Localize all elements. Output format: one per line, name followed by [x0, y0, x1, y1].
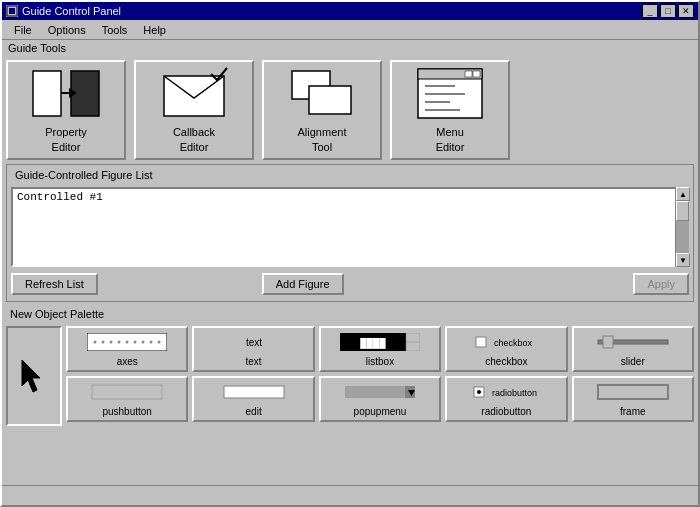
- figure-list-scrollbar[interactable]: ▲ ▼: [675, 187, 689, 267]
- callback-editor-icon: [159, 66, 229, 121]
- svg-rect-44: [224, 386, 284, 398]
- palette-popupmenu[interactable]: popupmenu: [319, 376, 441, 422]
- figure-list-section: Guide-Controlled Figure List Controlled …: [6, 164, 694, 302]
- svg-point-25: [142, 341, 145, 344]
- svg-text:radiobutton: radiobutton: [492, 388, 537, 398]
- radiobutton-label: radiobutton: [481, 406, 531, 417]
- slider-label: slider: [621, 356, 645, 367]
- palette-text[interactable]: text text: [192, 326, 314, 372]
- text-label: text: [246, 356, 262, 367]
- figure-list-box[interactable]: Controlled #1: [11, 187, 689, 267]
- refresh-list-button[interactable]: Refresh List: [11, 273, 98, 295]
- axes-label: axes: [117, 356, 138, 367]
- title-bar-left: Guide Control Panel: [6, 5, 121, 17]
- guide-tools-label: Guide Tools: [2, 40, 698, 56]
- listbox-preview: ████: [324, 331, 436, 353]
- svg-rect-2: [33, 71, 61, 116]
- svg-point-22: [118, 341, 121, 344]
- maximize-button[interactable]: □: [660, 4, 676, 18]
- svg-rect-8: [309, 86, 351, 114]
- menu-tools[interactable]: Tools: [94, 22, 136, 38]
- svg-point-23: [126, 341, 129, 344]
- scroll-thumb[interactable]: [676, 201, 689, 221]
- minimize-button[interactable]: _: [642, 4, 658, 18]
- title-controls: _ □ ✕: [642, 4, 694, 18]
- menu-editor-button[interactable]: Menu Editor: [390, 60, 510, 160]
- apply-button[interactable]: Apply: [633, 273, 689, 295]
- palette-slider[interactable]: slider: [572, 326, 694, 372]
- palette-frame[interactable]: frame: [572, 376, 694, 422]
- slider-preview: [577, 331, 689, 353]
- alignment-tool-icon: [287, 66, 357, 121]
- svg-text:checkbox: checkbox: [494, 338, 533, 348]
- pushbutton-label: pushbutton: [102, 406, 152, 417]
- title-bar: Guide Control Panel _ □ ✕: [2, 2, 698, 20]
- palette-pushbutton[interactable]: pushbutton: [66, 376, 188, 422]
- property-editor-icon: [31, 66, 101, 121]
- scroll-track: [676, 201, 689, 253]
- text-preview: text: [197, 331, 309, 353]
- palette-items: axes text text: [66, 326, 694, 422]
- edit-preview: [197, 381, 309, 403]
- tools-section: Property Editor Callback: [2, 56, 698, 164]
- palette-listbox[interactable]: ████ listbox: [319, 326, 441, 372]
- svg-text:████: ████: [360, 337, 386, 349]
- checkbox-preview: checkbox: [450, 331, 562, 353]
- svg-text:text: text: [246, 337, 262, 348]
- checkbox-label: checkbox: [485, 356, 527, 367]
- svg-rect-41: [92, 385, 162, 399]
- status-bar: [2, 485, 698, 505]
- svg-rect-39: [603, 336, 613, 348]
- select-tool-button[interactable]: [6, 326, 62, 426]
- listbox-label: listbox: [366, 356, 394, 367]
- svg-point-27: [158, 341, 161, 344]
- window-title: Guide Control Panel: [22, 5, 121, 17]
- callback-editor-label: Callback Editor: [173, 125, 215, 154]
- popupmenu-preview: [324, 381, 436, 403]
- edit-label: edit: [246, 406, 262, 417]
- figure-list-wrapper: Controlled #1 ▲ ▼: [11, 187, 689, 267]
- svg-rect-47: [345, 386, 405, 398]
- frame-label: frame: [620, 406, 646, 417]
- palette-checkbox[interactable]: checkbox checkbox: [445, 326, 567, 372]
- menu-help[interactable]: Help: [135, 22, 174, 38]
- menu-editor-icon: [415, 66, 485, 121]
- svg-rect-11: [465, 71, 472, 77]
- menu-options[interactable]: Options: [40, 22, 94, 38]
- svg-point-21: [110, 341, 113, 344]
- alignment-tool-label: Alignment Tool: [298, 125, 347, 154]
- add-figure-button[interactable]: Add Figure: [262, 273, 344, 295]
- radiobutton-preview: radiobutton: [450, 381, 562, 403]
- axes-preview: [71, 331, 183, 353]
- property-editor-button[interactable]: Property Editor: [6, 60, 126, 160]
- svg-rect-10: [418, 69, 482, 79]
- frame-preview: [577, 381, 689, 403]
- svg-rect-12: [473, 71, 480, 77]
- menu-editor-label: Menu Editor: [436, 125, 465, 154]
- svg-point-24: [134, 341, 137, 344]
- svg-point-20: [102, 341, 105, 344]
- popupmenu-label: popupmenu: [354, 406, 407, 417]
- svg-rect-1: [9, 8, 15, 14]
- tools-grid: Property Editor Callback: [6, 60, 694, 160]
- close-button[interactable]: ✕: [678, 4, 694, 18]
- scroll-down-arrow[interactable]: ▼: [676, 253, 690, 267]
- svg-point-26: [150, 341, 153, 344]
- palette-grid: axes text text: [6, 326, 694, 426]
- palette-radiobutton[interactable]: radiobutton radiobutton: [445, 376, 567, 422]
- palette-edit[interactable]: edit: [192, 376, 314, 422]
- svg-rect-35: [476, 337, 486, 347]
- pushbutton-preview: [71, 381, 183, 403]
- svg-marker-17: [22, 360, 40, 392]
- menu-file[interactable]: File: [6, 22, 40, 38]
- scroll-up-arrow[interactable]: ▲: [676, 187, 690, 201]
- property-editor-label: Property Editor: [45, 125, 87, 154]
- menu-bar: File Options Tools Help: [2, 20, 698, 40]
- palette-label: New Object Palette: [6, 306, 694, 322]
- figure-list-item: Controlled #1: [17, 191, 671, 203]
- callback-editor-button[interactable]: Callback Editor: [134, 60, 254, 160]
- alignment-tool-button[interactable]: Alignment Tool: [262, 60, 382, 160]
- palette-section: New Object Palette: [6, 306, 694, 426]
- palette-axes[interactable]: axes: [66, 326, 188, 372]
- window-icon: [6, 5, 18, 17]
